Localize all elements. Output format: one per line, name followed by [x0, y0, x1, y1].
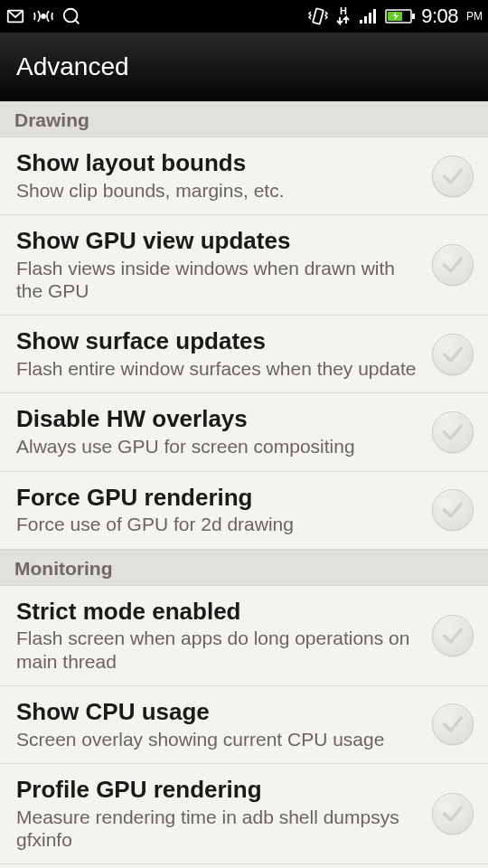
svg-rect-8	[373, 9, 376, 24]
svg-rect-10	[412, 14, 415, 19]
row-title: Disable HW overlays	[16, 406, 423, 433]
row-strict-mode-enabled[interactable]: Strict mode enabled Flash screen when ap…	[0, 586, 488, 686]
svg-rect-3	[313, 8, 324, 24]
row-title: Show layout bounds	[16, 150, 423, 177]
row-subtitle: Flash entire window surfaces when they u…	[16, 357, 423, 380]
clock-ampm: PM	[466, 10, 483, 23]
wifi-calling-icon	[33, 7, 54, 25]
row-profile-gpu-rendering[interactable]: Profile GPU rendering Measure rendering …	[0, 764, 488, 864]
battery-icon	[385, 8, 416, 24]
row-subtitle: Show clip bounds, margins, etc.	[16, 179, 423, 202]
check-icon	[440, 712, 465, 737]
checkbox[interactable]	[432, 489, 474, 531]
svg-point-1	[42, 14, 45, 18]
page-title: Advanced	[16, 52, 129, 81]
row-show-gpu-view-updates[interactable]: Show GPU view updates Flash views inside…	[0, 215, 488, 316]
section-header-drawing: Drawing	[0, 101, 488, 137]
signal-icon	[358, 7, 380, 25]
row-disable-hw-overlays[interactable]: Disable HW overlays Always use GPU for s…	[0, 393, 488, 471]
checkbox[interactable]	[432, 703, 474, 745]
row-subtitle: Screen overlay showing current CPU usage	[16, 728, 423, 750]
check-icon	[440, 252, 465, 278]
row-subtitle: Force use of GPU for 2d drawing	[16, 513, 423, 535]
check-icon	[440, 342, 465, 367]
sync-icon	[5, 6, 25, 26]
vibrate-icon	[307, 6, 329, 26]
row-show-layout-bounds[interactable]: Show layout bounds Show clip bounds, mar…	[0, 137, 488, 215]
row-title: Show CPU usage	[16, 699, 423, 726]
svg-rect-6	[364, 16, 367, 24]
mobiledata-icon: H	[334, 5, 352, 27]
row-title: Profile GPU rendering	[16, 777, 423, 804]
checkbox[interactable]	[432, 244, 474, 286]
check-icon	[440, 497, 465, 523]
row-title: Show surface updates	[16, 328, 423, 355]
row-show-cpu-usage[interactable]: Show CPU usage Screen overlay showing cu…	[0, 686, 488, 764]
checkbox[interactable]	[432, 334, 474, 375]
row-title: Force GPU rendering	[16, 485, 423, 512]
check-icon	[440, 420, 465, 445]
row-title: Show GPU view updates	[16, 228, 423, 255]
settings-list: Drawing Show layout bounds Show clip bou…	[0, 101, 488, 864]
page-header: Advanced	[0, 33, 488, 101]
section-header-monitoring: Monitoring	[0, 550, 488, 586]
svg-text:H: H	[340, 5, 347, 16]
row-subtitle: Always use GPU for screen compositing	[16, 435, 423, 458]
checkbox[interactable]	[432, 411, 474, 453]
row-subtitle: Flash screen when apps do long operation…	[16, 627, 423, 672]
row-subtitle: Measure rendering time in adb shell dump…	[16, 806, 423, 851]
row-subtitle: Flash views inside windows when drawn wi…	[16, 257, 423, 302]
status-bar: H 9:08 PM	[0, 0, 488, 33]
checkbox[interactable]	[432, 793, 474, 835]
checkbox[interactable]	[432, 156, 474, 197]
row-force-gpu-rendering[interactable]: Force GPU rendering Force use of GPU for…	[0, 472, 488, 550]
row-title: Strict mode enabled	[16, 599, 423, 626]
check-icon	[440, 801, 465, 826]
clock-time: 9:08	[421, 5, 458, 28]
svg-rect-5	[360, 20, 362, 24]
svg-rect-7	[369, 13, 371, 24]
row-show-surface-updates[interactable]: Show surface updates Flash entire window…	[0, 316, 488, 393]
check-icon	[440, 623, 465, 648]
checkbox[interactable]	[432, 615, 474, 656]
qualcomm-icon	[61, 6, 81, 26]
check-icon	[440, 164, 465, 189]
